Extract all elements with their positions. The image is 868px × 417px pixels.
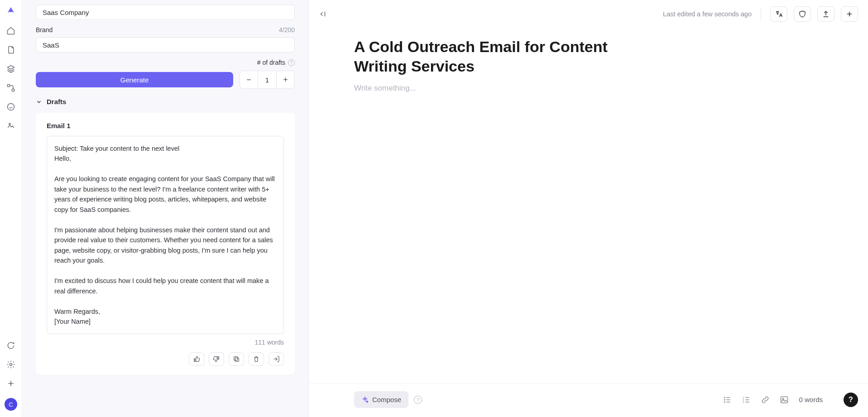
bullet-list-button[interactable] [723,395,732,404]
translate-button[interactable] [770,6,787,22]
svg-point-9 [724,399,725,400]
editor-panel: Last edited a few seconds ago A Cold Out… [309,0,868,417]
chevron-down-icon [36,99,42,105]
document-placeholder[interactable]: Write something... [354,84,823,93]
image-button[interactable] [780,395,789,404]
layers-icon[interactable] [6,64,15,73]
export-button[interactable] [817,6,834,22]
thumbs-up-button[interactable] [189,352,204,366]
svg-text:3: 3 [743,400,744,403]
document-icon[interactable] [6,45,15,54]
draft-title: Email 1 [47,122,284,129]
svg-rect-14 [781,397,788,403]
editor-header: Last edited a few seconds ago [309,0,868,28]
company-input[interactable] [36,5,295,20]
drafts-header-label: Drafts [47,98,66,105]
settings-icon[interactable] [6,360,15,369]
editor-body[interactable]: A Cold Outreach Email for Content Writin… [309,28,868,383]
draft-word-count: 111 words [47,339,284,346]
compose-help-icon[interactable]: ? [414,396,422,404]
thumbs-down-button[interactable] [209,352,224,366]
drafts-toggle[interactable]: Drafts [36,98,295,105]
brand-input[interactable] [36,37,295,53]
svg-point-8 [724,397,725,398]
draft-card: Email 1 Subject: Take your content to th… [36,113,295,375]
image-icon[interactable] [6,121,15,130]
svg-point-2 [8,104,14,110]
refresh-icon[interactable] [6,341,15,350]
app-logo[interactable] [6,6,16,16]
svg-rect-7 [234,357,238,360]
shield-button[interactable] [794,6,811,22]
user-avatar[interactable]: C [5,398,17,411]
svg-rect-0 [8,85,10,87]
svg-point-5 [10,364,12,366]
draft-body[interactable]: Subject: Take your content to the next l… [47,136,284,334]
delete-button[interactable] [249,352,264,366]
chat-icon[interactable] [6,102,15,111]
svg-point-4 [13,343,14,344]
word-count-footer: 0 words [799,396,823,403]
last-edited-label: Last edited a few seconds ago [663,10,752,18]
svg-point-3 [9,123,10,125]
help-icon[interactable]: ? [288,59,295,66]
insert-button[interactable] [269,352,284,366]
copy-button[interactable] [229,352,244,366]
drafts-stepper: − 1 + [240,71,295,89]
compose-button[interactable]: Compose [354,391,408,408]
document-title[interactable]: A Cold Outreach Email for Content Writin… [354,37,644,76]
editor-footer: Compose ? 123 0 words [309,383,868,417]
plus-icon[interactable] [6,379,15,388]
stepper-increment[interactable]: + [276,71,294,88]
compose-label: Compose [372,396,401,403]
numbered-list-button[interactable]: 123 [742,395,751,404]
left-panel: Brand 4/200 # of drafts ? Generate − 1 +… [22,0,309,417]
generate-button[interactable]: Generate [36,72,233,87]
home-icon[interactable] [6,26,15,35]
stepper-value: 1 [258,76,276,84]
brand-label: Brand [36,26,53,34]
svg-point-10 [724,402,725,403]
brand-counter: 4/200 [279,26,295,34]
drafts-count-label: # of drafts [257,59,285,66]
sidebar: C [0,0,22,417]
collapse-panel-button[interactable] [319,10,327,18]
svg-rect-6 [235,358,239,362]
help-fab[interactable]: ? [844,393,858,407]
stepper-decrement[interactable]: − [240,71,258,88]
svg-rect-1 [12,89,14,91]
add-button[interactable] [841,6,858,22]
workflow-icon[interactable] [6,83,15,92]
link-button[interactable] [761,395,770,404]
